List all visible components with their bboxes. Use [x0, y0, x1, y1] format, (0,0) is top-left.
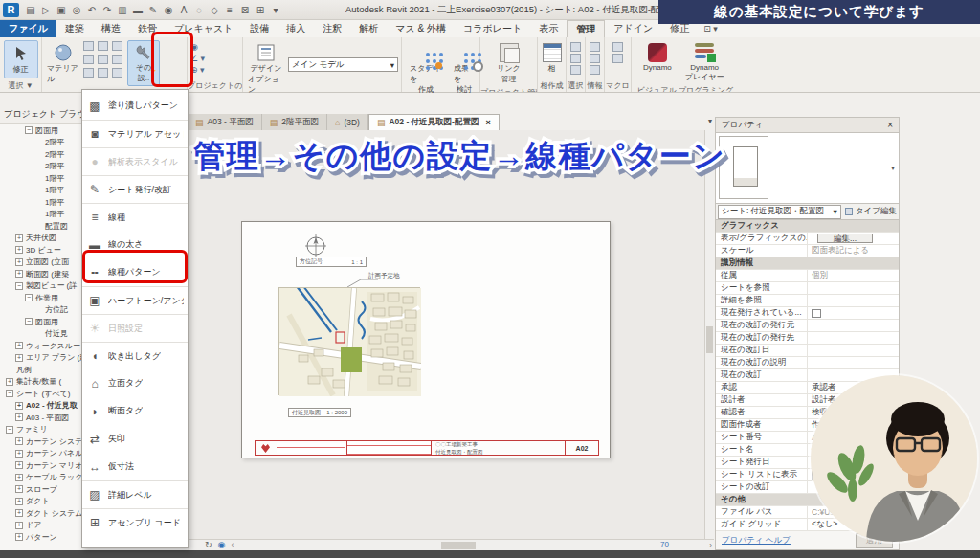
ribbon-tab[interactable]: コラボレート	[455, 20, 530, 37]
qat-icon[interactable]: ▾	[269, 3, 282, 16]
scroll-left-icon[interactable]: ‹	[231, 540, 234, 549]
property-row[interactable]: 表示/グラフィックスの... 編集...	[716, 233, 899, 245]
menu-item[interactable]: ▬ 線の太さ	[82, 231, 188, 258]
tree-expander-icon[interactable]: +	[6, 378, 13, 386]
menu-item[interactable]: ◙ マテリアル アセット	[82, 120, 188, 147]
selection-icon[interactable]	[570, 54, 581, 63]
property-value[interactable]: 図面表記による	[808, 245, 899, 257]
type-selector[interactable]: ▾	[716, 133, 899, 204]
settings-icon[interactable]	[112, 55, 122, 64]
settings-icon[interactable]	[83, 68, 94, 78]
selection-icon[interactable]	[570, 42, 581, 52]
scroll-right-icon[interactable]: ›	[709, 541, 712, 549]
tree-expander-icon[interactable]: +	[15, 342, 23, 349]
view-tab[interactable]: ▤ A02 - 付近見取図-配置図 ×	[368, 114, 500, 130]
menu-item[interactable]: ● 解析表示スタイル	[82, 147, 188, 175]
property-row[interactable]: 詳細を参照	[716, 295, 899, 307]
menu-item[interactable]: ▣ ハーフトーン/アンダーレイ	[82, 286, 188, 314]
ribbon-tab[interactable]: 解析	[350, 20, 387, 37]
tree-expander-icon[interactable]: −	[15, 282, 23, 290]
menu-item[interactable]: ◗ 断面タグ	[82, 397, 188, 425]
tree-expander-icon[interactable]: +	[15, 461, 23, 469]
qat-icon[interactable]: A	[177, 3, 190, 16]
tree-expander-icon[interactable]: +	[15, 509, 23, 517]
qat-icon[interactable]: ✎	[146, 3, 160, 16]
materials-button[interactable]: マテリアル	[45, 40, 81, 86]
settings-icon[interactable]	[98, 68, 108, 78]
qat-icon[interactable]: ⊠	[238, 3, 252, 16]
ribbon-tab[interactable]: マス & 外構	[387, 20, 455, 37]
tree-expander-icon[interactable]: +	[15, 354, 23, 362]
qat-icon[interactable]: ↶	[85, 3, 99, 16]
horizontal-scrollbar[interactable]: ↻ ◉ ‹ ›	[188, 539, 714, 550]
menu-item[interactable]: ▨ 詳細レベル	[82, 480, 188, 508]
element-selector[interactable]: シート: 付近見取図・配置図 ▾	[718, 205, 841, 219]
tree-expander-icon[interactable]: −	[25, 126, 33, 134]
dynamo-player-button[interactable]: Dynamo プレイヤー	[683, 40, 726, 84]
qat-icon[interactable]: ▥	[116, 3, 129, 16]
title-block[interactable]: 〇〇工場新築工事 付近見取図・配置図 A02	[255, 440, 599, 456]
additional-settings-button[interactable]: その 設.. ✦	[127, 40, 160, 86]
vertical-scrollbar[interactable]	[704, 130, 714, 539]
inquiry-icon[interactable]	[590, 65, 600, 75]
ribbon-tab[interactable]: 表示	[530, 20, 567, 37]
qat-icon[interactable]: ◌	[192, 3, 206, 16]
edit-type-button[interactable]: タイプ編集	[843, 206, 899, 217]
ribbon-tab[interactable]: 構造	[93, 20, 129, 37]
property-row[interactable]: 現在の改訂の発行先	[716, 332, 899, 345]
ribbon-tab[interactable]: プレキャスト	[166, 20, 241, 37]
ribbon-tab[interactable]: 注釈	[314, 20, 350, 37]
dynamo-button[interactable]: Dynamo	[641, 40, 674, 74]
settings-icon[interactable]	[98, 41, 108, 51]
qat-icon[interactable]: ⊞	[254, 3, 267, 16]
menu-item[interactable]: ╍ 線種パターン	[82, 258, 188, 286]
tree-expander-icon[interactable]: +	[15, 270, 23, 278]
property-row[interactable]: 現在の改訂日	[716, 345, 899, 357]
phases-button[interactable]: 相	[540, 40, 565, 76]
tree-expander-icon[interactable]: −	[6, 426, 13, 434]
tree-expander-icon[interactable]: +	[15, 450, 23, 458]
property-value[interactable]: 個別	[808, 270, 899, 281]
menu-item[interactable]: ≡ 線種	[82, 203, 188, 231]
tree-expander-icon[interactable]: +	[15, 474, 23, 481]
refresh-icon[interactable]: ↻	[205, 540, 212, 549]
ribbon-tab[interactable]: 管理	[567, 20, 605, 37]
qat-icon[interactable]: ▷	[39, 3, 53, 16]
tree-expander-icon[interactable]: +	[15, 533, 23, 541]
close-icon[interactable]: ×	[887, 120, 893, 130]
tree-expander-icon[interactable]: −	[25, 318, 33, 325]
panel-label-select[interactable]: 選択 ▼	[0, 79, 41, 92]
tree-expander-icon[interactable]: +	[15, 402, 23, 410]
tree-expander-icon[interactable]: −	[25, 294, 33, 301]
menu-item[interactable]: ↔ 仮寸法	[82, 453, 188, 480]
property-row[interactable]: 現在の改訂の説明	[716, 357, 899, 369]
location-tool-icon[interactable]: ◉	[190, 42, 205, 52]
compass-view-title[interactable]: 方位記号 1 : 1	[296, 257, 367, 267]
view-tab[interactable]: ⌂ (3D)	[327, 114, 368, 130]
property-row[interactable]: シートを参照	[716, 282, 899, 295]
ribbon-tab[interactable]: 挿入	[278, 20, 314, 37]
property-row[interactable]: グラフィックス	[716, 220, 899, 233]
menu-item[interactable]: ⊞ アセンブリ コード	[82, 508, 188, 536]
property-row[interactable]: 現在の改訂の発行元	[716, 320, 899, 332]
menu-item[interactable]: ⌂ 立面タグ	[82, 369, 188, 397]
modify-button[interactable]: 修正	[4, 40, 38, 78]
tree-expander-icon[interactable]: +	[15, 258, 23, 266]
menu-item[interactable]: ▩ 塗り潰しパターン	[82, 92, 188, 120]
revit-logo[interactable]: R	[3, 3, 19, 17]
property-row[interactable]: スケール 図面表記による	[716, 245, 899, 257]
tree-expander-icon[interactable]: +	[15, 437, 23, 445]
location-tool-icon[interactable]: ∠ ▾	[190, 54, 205, 63]
properties-help-link[interactable]: プロパティ ヘルプ	[722, 535, 791, 547]
settings-icon[interactable]	[83, 41, 94, 51]
property-row[interactable]: 現在発行されている...	[716, 307, 899, 320]
settings-icon[interactable]	[112, 41, 122, 51]
tree-expander-icon[interactable]: +	[15, 498, 23, 505]
tree-expander-icon[interactable]: −	[6, 390, 13, 397]
vertical-scrollbar-thumb[interactable]	[706, 326, 713, 353]
qat-icon[interactable]: ▣	[55, 3, 68, 16]
ribbon-tab[interactable]: アドイン	[605, 20, 661, 37]
macro-manager-icon[interactable]	[612, 42, 623, 52]
tree-expander-icon[interactable]: +	[15, 234, 23, 242]
menu-item[interactable]: ☀ 日照設定	[82, 314, 188, 342]
